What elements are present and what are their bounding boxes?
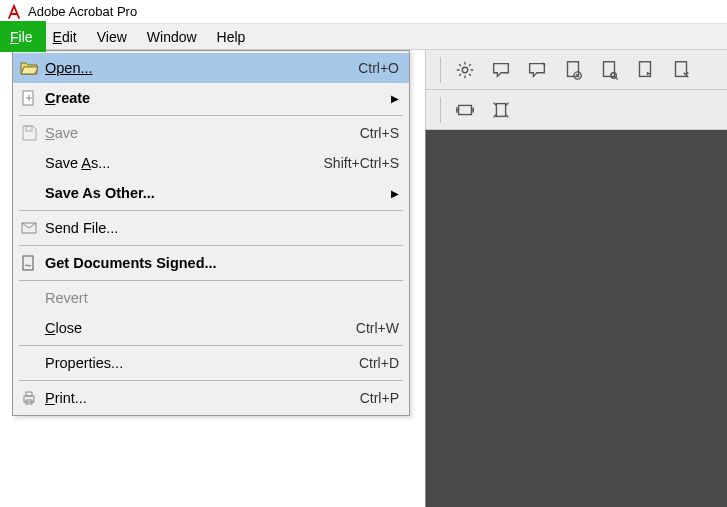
menu-item-label: Revert	[45, 290, 399, 306]
menu-item-label: Save	[45, 125, 348, 141]
titlebar: Adobe Acrobat Pro	[0, 0, 727, 24]
page-delete-icon[interactable]	[558, 55, 588, 85]
menu-edit[interactable]: Edit	[43, 24, 87, 49]
menu-item-shortcut: Shift+Ctrl+S	[324, 155, 399, 171]
menu-item-label: Save As Other...	[45, 185, 379, 201]
svg-rect-10	[26, 126, 32, 131]
gear-icon[interactable]	[450, 55, 480, 85]
menu-item-close[interactable]: Close Ctrl+W	[13, 313, 409, 343]
toolbar-region	[425, 50, 727, 130]
menu-item-open[interactable]: Open... Ctrl+O	[13, 53, 409, 83]
svg-point-4	[611, 72, 617, 78]
save-icon	[19, 123, 39, 143]
comment-icon[interactable]	[486, 55, 516, 85]
menu-item-save[interactable]: Save Ctrl+S	[13, 118, 409, 148]
menu-item-print[interactable]: Print... Ctrl+P	[13, 383, 409, 413]
menu-separator	[19, 115, 403, 116]
acrobat-logo-icon	[6, 4, 22, 20]
blank-icon	[19, 153, 39, 173]
menu-window[interactable]: Window	[137, 24, 207, 49]
menu-view[interactable]: View	[87, 24, 137, 49]
blank-icon	[19, 183, 39, 203]
menu-item-label: Save As...	[45, 155, 312, 171]
fit-width-icon[interactable]	[450, 95, 480, 125]
document-viewport	[425, 130, 727, 507]
page-export-icon[interactable]	[630, 55, 660, 85]
menu-item-properties[interactable]: Properties... Ctrl+D	[13, 348, 409, 378]
svg-rect-8	[496, 103, 505, 116]
menu-item-revert[interactable]: Revert	[13, 283, 409, 313]
menu-item-label: Send File...	[45, 220, 399, 236]
file-menu-dropdown: Open... Ctrl+O Create ▶ Save Ctrl+S Save…	[12, 50, 410, 416]
envelope-icon	[19, 218, 39, 238]
menu-item-label: Close	[45, 320, 344, 336]
menu-separator	[19, 345, 403, 346]
menu-item-create[interactable]: Create ▶	[13, 83, 409, 113]
menu-item-shortcut: Ctrl+D	[359, 355, 399, 371]
page-search-icon[interactable]	[594, 55, 624, 85]
menu-item-label: Print...	[45, 390, 348, 406]
menu-separator	[19, 245, 403, 246]
blank-icon	[19, 353, 39, 373]
menubar: File Edit View Window Help	[0, 24, 727, 50]
menu-item-shortcut: Ctrl+S	[360, 125, 399, 141]
submenu-arrow-icon: ▶	[391, 93, 399, 104]
app-title: Adobe Acrobat Pro	[28, 4, 137, 19]
menu-item-label: Create	[45, 90, 379, 106]
svg-rect-14	[26, 392, 32, 396]
svg-rect-3	[604, 61, 615, 76]
menu-item-shortcut: Ctrl+W	[356, 320, 399, 336]
menu-item-label: Get Documents Signed...	[45, 255, 399, 271]
sign-icon	[19, 253, 39, 273]
submenu-arrow-icon: ▶	[391, 188, 399, 199]
page-tools-icon[interactable]	[666, 55, 696, 85]
svg-rect-7	[459, 105, 472, 114]
print-icon	[19, 388, 39, 408]
menu-item-shortcut: Ctrl+O	[358, 60, 399, 76]
svg-rect-12	[23, 256, 33, 270]
menu-item-shortcut: Ctrl+P	[360, 390, 399, 406]
fit-page-icon[interactable]	[486, 95, 516, 125]
menu-item-save-as-other[interactable]: Save As Other... ▶	[13, 178, 409, 208]
blank-icon	[19, 288, 39, 308]
menu-item-save-as[interactable]: Save As... Shift+Ctrl+S	[13, 148, 409, 178]
toolbar-row-1	[426, 50, 727, 90]
toolbar-separator	[440, 57, 441, 83]
menu-separator	[19, 380, 403, 381]
menu-item-label: Open...	[45, 60, 346, 76]
toolbar-row-2	[426, 90, 727, 130]
menu-separator	[19, 280, 403, 281]
menu-help[interactable]: Help	[207, 24, 256, 49]
stamp-icon[interactable]	[522, 55, 552, 85]
menu-file[interactable]: File	[0, 24, 43, 49]
menu-separator	[19, 210, 403, 211]
toolbar-separator	[440, 97, 441, 123]
blank-icon	[19, 318, 39, 338]
svg-point-0	[462, 67, 468, 73]
create-icon	[19, 88, 39, 108]
folder-open-icon	[19, 58, 39, 78]
menu-item-label: Properties...	[45, 355, 347, 371]
menu-item-get-signed[interactable]: Get Documents Signed...	[13, 248, 409, 278]
menu-item-send-file[interactable]: Send File...	[13, 213, 409, 243]
